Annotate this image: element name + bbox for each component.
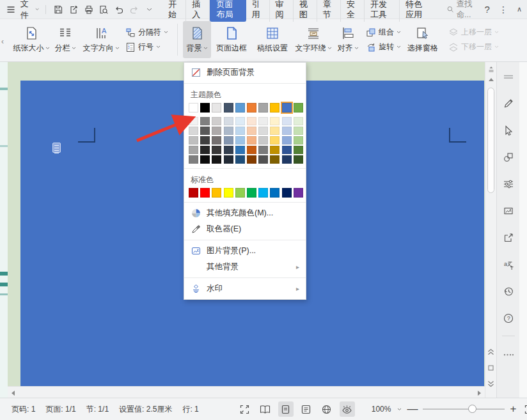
grid-setting-button[interactable]: 稿纸设置 — [252, 21, 293, 58]
color-swatch[interactable] — [247, 103, 256, 113]
status-setting-value[interactable]: 设置值: 2.5厘米 — [114, 404, 177, 415]
color-swatch[interactable] — [212, 117, 221, 125]
color-swatch[interactable] — [212, 188, 221, 198]
color-swatch[interactable] — [258, 155, 268, 164]
color-swatch[interactable] — [212, 103, 221, 113]
color-swatch[interactable] — [224, 155, 233, 164]
screenshot-image-icon[interactable] — [500, 203, 517, 219]
outline-view-icon[interactable] — [299, 401, 314, 417]
color-swatch[interactable] — [247, 188, 256, 198]
color-swatch[interactable] — [189, 146, 198, 154]
color-swatch[interactable] — [294, 188, 303, 198]
color-swatch[interactable] — [200, 117, 210, 125]
collapse-pane-chevron-icon[interactable]: ‹ — [1, 37, 4, 46]
print-button[interactable] — [83, 3, 95, 17]
fullscreen-view-icon[interactable] — [237, 401, 253, 417]
color-swatch[interactable] — [270, 127, 279, 135]
color-swatch[interactable] — [270, 146, 279, 154]
status-line-number[interactable]: 行: 1 — [177, 404, 203, 415]
web-view-icon[interactable] — [319, 401, 334, 417]
eye-protection-icon[interactable] — [340, 401, 355, 417]
color-swatch[interactable] — [270, 136, 279, 144]
status-section[interactable]: 节: 1/1 — [81, 404, 114, 415]
zoom-out-button[interactable]: — — [407, 405, 418, 414]
color-swatch[interactable] — [282, 155, 292, 164]
color-swatch[interactable] — [270, 188, 279, 198]
scroll-right-icon[interactable] — [477, 390, 482, 396]
tab-dev-tools[interactable]: 开发工具 — [365, 0, 400, 22]
color-swatch[interactable] — [294, 146, 303, 154]
color-swatch[interactable] — [247, 136, 256, 144]
color-swatch[interactable] — [189, 136, 198, 144]
previous-page-icon[interactable] — [487, 348, 494, 355]
tab-home[interactable]: 开始 — [162, 0, 186, 22]
columns-button[interactable]: 分栏 — [50, 21, 81, 58]
color-swatch[interactable] — [294, 127, 303, 135]
color-swatch[interactable] — [270, 103, 279, 113]
next-page-icon[interactable] — [487, 380, 494, 387]
tab-section[interactable]: 章节 — [317, 0, 341, 22]
tab-security[interactable]: 安全 — [341, 0, 365, 22]
zoom-dropdown-icon[interactable] — [397, 408, 402, 411]
shapes-icon[interactable] — [500, 149, 517, 166]
color-swatch[interactable] — [282, 127, 292, 135]
color-swatch[interactable] — [258, 103, 268, 113]
color-swatch[interactable] — [282, 146, 292, 154]
color-swatch[interactable] — [294, 155, 303, 164]
file-menu[interactable]: 文件 — [20, 0, 40, 21]
color-swatch[interactable] — [282, 188, 292, 198]
find-command-box[interactable]: 查找命... — [447, 0, 480, 20]
color-swatch[interactable] — [258, 117, 268, 125]
ruler-toggle-icon[interactable] — [488, 66, 494, 72]
group-objects-button[interactable]: 组合 — [366, 27, 401, 38]
color-swatch[interactable] — [212, 136, 221, 144]
zoom-slider-handle[interactable] — [468, 405, 476, 413]
color-swatch[interactable] — [212, 146, 221, 154]
other-background-item[interactable]: 其他背景 ▸ — [184, 259, 306, 275]
color-swatch[interactable] — [189, 155, 198, 164]
color-swatch[interactable] — [235, 146, 245, 154]
color-swatch[interactable] — [200, 188, 210, 198]
paper-size-button[interactable]: 纸张大小 — [13, 21, 50, 58]
quick-access-more-button[interactable] — [144, 3, 155, 17]
breaks-button[interactable]: 分隔符 — [125, 27, 168, 38]
translate-icon[interactable]: a — [500, 256, 517, 273]
text-direction-button[interactable]: A 文字方向 — [81, 21, 122, 58]
status-page-number[interactable]: 页码: 1 — [6, 404, 40, 415]
color-swatch[interactable] — [282, 136, 292, 144]
color-swatch[interactable] — [247, 155, 256, 164]
color-swatch[interactable] — [235, 136, 245, 144]
eyedropper-item[interactable]: 取色器(E) — [184, 221, 306, 237]
page-border-button[interactable]: 页面边框 — [211, 21, 252, 58]
color-swatch[interactable] — [200, 155, 210, 164]
help-icon[interactable]: ? — [485, 4, 490, 15]
picture-background-item[interactable]: 图片背景(P)... — [184, 243, 306, 259]
more-tools-icon[interactable] — [500, 346, 517, 363]
print-preview-button[interactable] — [98, 3, 109, 17]
horizontal-scrollbar[interactable] — [8, 386, 485, 398]
more-menu-icon[interactable]: ⋮ — [499, 4, 508, 15]
color-swatch[interactable] — [189, 117, 198, 125]
tab-insert[interactable]: 插入 — [186, 0, 210, 22]
tab-page-layout[interactable]: 页面布局 — [210, 0, 246, 22]
color-swatch[interactable] — [224, 136, 233, 144]
color-swatch[interactable] — [200, 146, 210, 154]
book-view-icon[interactable] — [258, 401, 273, 417]
color-swatch[interactable] — [200, 136, 210, 144]
main-menu-icon[interactable] — [5, 3, 17, 17]
share-export-icon[interactable] — [500, 229, 517, 246]
color-swatch[interactable] — [189, 188, 198, 198]
color-swatch[interactable] — [224, 127, 233, 135]
color-swatch[interactable] — [189, 103, 198, 113]
background-button[interactable]: 背景 — [183, 21, 211, 58]
save-button[interactable] — [52, 3, 64, 17]
color-swatch[interactable] — [224, 188, 233, 198]
color-swatch[interactable] — [235, 117, 245, 125]
more-fill-colors-item[interactable]: 其他填充颜色(M)... — [184, 205, 306, 221]
help-circle-icon[interactable]: ? — [500, 310, 517, 327]
select-cursor-icon[interactable] — [500, 122, 517, 139]
history-icon[interactable] — [500, 283, 517, 300]
page-settings-mini-icon[interactable] — [52, 143, 61, 153]
zoom-slider[interactable] — [423, 405, 505, 414]
selection-pane-button[interactable]: 选择窗格 — [405, 21, 441, 58]
